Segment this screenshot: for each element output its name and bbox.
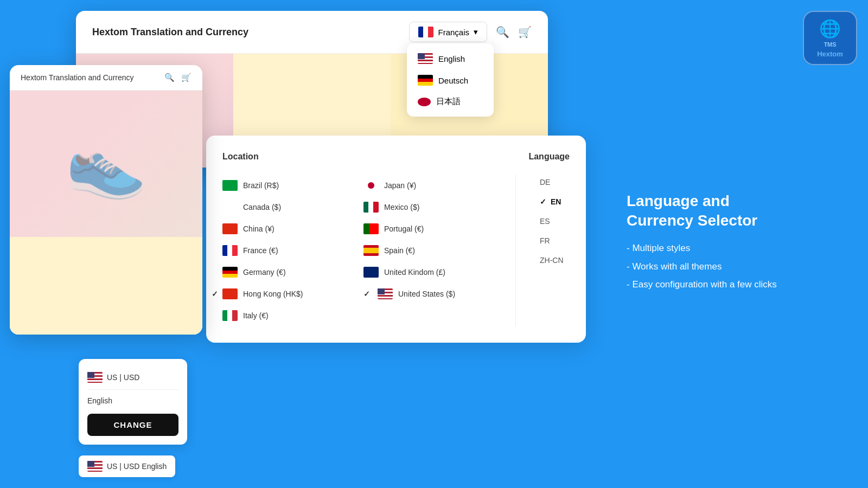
deutsch-label: Deutsch bbox=[438, 76, 468, 85]
gb-flag-icon bbox=[363, 267, 379, 278]
it-flag-icon bbox=[222, 310, 238, 321]
location-item[interactable]: Germany (€) bbox=[222, 261, 363, 283]
feature-2: - Works with all themes bbox=[627, 260, 789, 273]
cn-flag-icon bbox=[222, 223, 238, 234]
location-item[interactable]: Mexico ($) bbox=[363, 196, 505, 218]
overlay-cart-button[interactable]: 🛒 bbox=[181, 73, 192, 82]
globe-icon: 🌐 bbox=[819, 18, 841, 39]
language-dropdown: English Deutsch 日本語 bbox=[407, 43, 494, 117]
location-label: United States ($) bbox=[398, 290, 455, 298]
location-col-1: Brazil (R$)Canada ($)China (¥)France (€)… bbox=[222, 175, 363, 326]
location-grid: Brazil (R$)Canada ($)China (¥)France (€)… bbox=[222, 175, 505, 326]
lang-code-en[interactable]: ✓EN bbox=[540, 194, 570, 209]
language-section-label: Language bbox=[528, 152, 570, 162]
browser-title: Hextom Translation and Currency bbox=[92, 27, 248, 38]
location-item[interactable]: Japan (¥) bbox=[363, 175, 505, 196]
language-label: Français bbox=[438, 28, 469, 37]
location-item[interactable]: ✓United States ($) bbox=[363, 283, 505, 305]
chevron-down-icon: ▾ bbox=[474, 27, 478, 37]
bottom-bar-text: US | USD English bbox=[107, 462, 167, 471]
overlay-product-image-2 bbox=[10, 237, 202, 335]
search-button[interactable]: 🔍 bbox=[496, 25, 509, 38]
french-flag-icon bbox=[418, 27, 433, 37]
ca-flag-icon bbox=[222, 202, 238, 213]
panel-right: DE✓ENESFRZH-CN bbox=[515, 175, 570, 326]
tms-badge: 🌐 TMS Hextom bbox=[803, 11, 857, 65]
features-list: - Multiple styles - Works with all theme… bbox=[627, 242, 789, 291]
location-label: France (€) bbox=[243, 246, 278, 255]
selector-divider bbox=[87, 389, 178, 390]
description-title: Language and Currency Selector bbox=[627, 191, 789, 231]
de-flag-icon bbox=[418, 75, 433, 86]
english-label: English bbox=[438, 54, 465, 63]
currency-row: US | USD bbox=[87, 368, 178, 387]
lang-code-de[interactable]: DE bbox=[540, 175, 570, 190]
es-flag-icon bbox=[363, 245, 379, 256]
feature-3: - Easy configuration with a few clicks bbox=[627, 278, 789, 291]
overlay-title: Hextom Translation and Currency bbox=[21, 73, 134, 82]
panel-header: Location Language bbox=[222, 152, 570, 162]
browser-actions: Français ▾ 🔍 🛒 bbox=[409, 22, 532, 42]
location-item[interactable]: China (¥) bbox=[222, 218, 363, 240]
location-label: Location bbox=[222, 152, 259, 162]
dropdown-item-deutsch[interactable]: Deutsch bbox=[407, 69, 494, 91]
language-row: English bbox=[87, 392, 178, 409]
location-label: United Kindom (£) bbox=[384, 268, 445, 277]
location-item[interactable]: Brazil (R$) bbox=[222, 175, 363, 196]
japanese-label: 日本語 bbox=[436, 97, 461, 107]
feature-1: - Multiple styles bbox=[627, 242, 789, 255]
location-label: Portugal (€) bbox=[384, 224, 424, 233]
mx-flag-icon bbox=[363, 202, 379, 213]
location-label: Germany (€) bbox=[243, 268, 286, 277]
lang-code-es[interactable]: ES bbox=[540, 214, 570, 229]
location-label: Canada ($) bbox=[243, 203, 281, 211]
us-flag-icon bbox=[378, 288, 393, 299]
tms-label: TMS bbox=[824, 41, 836, 48]
dropdown-item-japanese[interactable]: 日本語 bbox=[407, 91, 494, 112]
overlay-header: Hextom Translation and Currency 🔍 🛒 bbox=[10, 65, 202, 91]
location-label: Hong Kong (HK$) bbox=[243, 290, 303, 298]
us-flag-icon bbox=[418, 53, 433, 64]
language-value: English bbox=[87, 396, 112, 405]
lang-code-zh-cn[interactable]: ZH-CN bbox=[540, 253, 570, 268]
change-button[interactable]: CHANGE bbox=[87, 414, 178, 436]
hk-flag-icon bbox=[222, 288, 238, 299]
location-item[interactable]: United Kindom (£) bbox=[363, 261, 505, 283]
pt-flag-icon bbox=[363, 223, 379, 234]
location-item[interactable]: Italy (€) bbox=[222, 305, 363, 326]
widget-flag-icon bbox=[87, 372, 103, 383]
currency-value: US | USD bbox=[107, 373, 139, 382]
dropdown-item-english[interactable]: English bbox=[407, 48, 494, 69]
panel-body: Brazil (R$)Canada ($)China (¥)France (€)… bbox=[222, 175, 570, 326]
cart-button[interactable]: 🛒 bbox=[518, 25, 532, 38]
selector-widget: US | USD English CHANGE bbox=[79, 359, 187, 445]
right-description: Language and Currency Selector - Multipl… bbox=[627, 191, 789, 297]
bottom-bar[interactable]: US | USD English bbox=[79, 455, 175, 477]
location-label: Spain (€) bbox=[384, 246, 415, 255]
fr-flag-icon bbox=[222, 245, 238, 256]
panel-left: Brazil (R$)Canada ($)China (¥)France (€)… bbox=[222, 175, 505, 326]
de-flag-icon bbox=[222, 267, 238, 278]
overlay-search-button[interactable]: 🔍 bbox=[164, 73, 175, 82]
location-item[interactable]: Spain (€) bbox=[363, 240, 505, 261]
location-item[interactable]: Portugal (€) bbox=[363, 218, 505, 240]
br-flag-icon bbox=[222, 180, 238, 191]
overlay-window: Hextom Translation and Currency 🔍 🛒 👟 bbox=[10, 65, 202, 335]
location-item[interactable]: France (€) bbox=[222, 240, 363, 261]
hextom-label: Hextom bbox=[817, 50, 843, 58]
language-selector-button[interactable]: Français ▾ bbox=[409, 22, 487, 42]
location-label: Japan (¥) bbox=[384, 181, 416, 190]
jp-flag-icon bbox=[363, 180, 379, 191]
location-item[interactable]: ✓Hong Kong (HK$) bbox=[222, 283, 363, 305]
location-label: Mexico ($) bbox=[384, 203, 419, 211]
overlay-product-image: 👟 bbox=[10, 91, 202, 237]
lang-code-fr[interactable]: FR bbox=[540, 233, 570, 248]
selector-panel: Location Language Brazil (R$)Canada ($)C… bbox=[206, 136, 586, 343]
location-label: Brazil (R$) bbox=[243, 181, 279, 190]
jp-dot-icon bbox=[418, 98, 431, 106]
location-item[interactable]: Canada ($) bbox=[222, 196, 363, 218]
language-col: DE✓ENESFRZH-CN bbox=[529, 175, 570, 268]
location-col-2: Japan (¥)Mexico ($)Portugal (€)Spain (€)… bbox=[363, 175, 505, 326]
bottom-flag-icon bbox=[87, 461, 103, 472]
location-label: China (¥) bbox=[243, 224, 275, 233]
